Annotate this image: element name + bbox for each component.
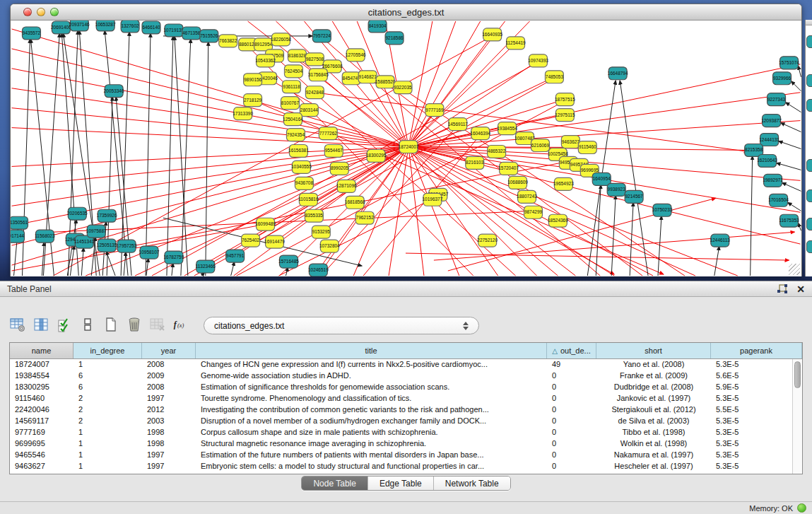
cell-c-name[interactable]: 22420046 (10, 404, 73, 416)
graph-node[interactable]: 9436708 (295, 177, 313, 189)
cell-c-name[interactable]: 18724007 (10, 359, 73, 370)
graph-node[interactable]: 10688609 (507, 176, 528, 189)
modify-table-icon[interactable] (10, 317, 25, 332)
column-header-in_degree[interactable]: in_degree (73, 343, 142, 358)
graph-node[interactable]: 8355335 (305, 209, 323, 222)
graph-node[interactable]: 12871096 (336, 180, 357, 192)
cell-c-year[interactable]: 2003 (142, 416, 196, 427)
graph-node[interactable]: 14569117 (448, 118, 469, 131)
cell-c-short[interactable]: Tibbo et al. (1998) (596, 427, 711, 438)
cell-c-out[interactable]: 0 (547, 461, 596, 472)
new-table-icon[interactable] (103, 317, 119, 332)
graph-node[interactable]: 12504164 (283, 113, 303, 126)
cell-c-in[interactable]: 2 (73, 416, 142, 427)
cell-c-pagerank[interactable]: 5.3E-5 (711, 427, 792, 438)
graph-node[interactable] (806, 35, 812, 48)
graph-node[interactable]: 7957224 (312, 30, 331, 42)
table-row[interactable]: 969969511998Structural magnetic resonanc… (10, 438, 792, 450)
graph-node[interactable]: 2718129 (244, 94, 262, 107)
cell-c-title[interactable]: Corpus callosum shape and size in male p… (196, 427, 547, 438)
graph-node[interactable]: 12444131 (759, 134, 779, 146)
cell-c-name[interactable]: 9465546 (10, 450, 73, 461)
graph-node[interactable]: 7624504 (284, 65, 302, 78)
cell-c-short[interactable]: Nakamura et al. (1997) (596, 450, 711, 461)
cell-c-out[interactable]: 49 (547, 359, 596, 370)
graph-node[interactable] (806, 99, 812, 112)
cell-c-in[interactable]: 2 (73, 393, 142, 404)
cell-c-title[interactable]: Tourette syndrome. Phenomenology and cla… (196, 393, 547, 404)
cell-c-short[interactable]: Stergiakouli et al. (2012) (596, 404, 711, 416)
column-header-title[interactable]: title (196, 343, 547, 358)
table-selector-dropdown[interactable]: citations_edges.txt (204, 317, 479, 334)
cell-c-out[interactable]: 0 (547, 427, 596, 438)
table-row[interactable]: 1938455462009Genome-wide association stu… (10, 370, 792, 382)
table-row[interactable]: 1830029562008Estimation of significance … (10, 382, 792, 393)
graph-node[interactable] (806, 218, 812, 230)
graph-node[interactable]: 16156381 (288, 145, 309, 158)
cell-c-out[interactable]: 0 (547, 404, 596, 416)
cell-c-out[interactable]: 0 (547, 393, 596, 404)
graph-node[interactable]: 17313390 (233, 107, 253, 120)
graph-node[interactable]: 7625402 (242, 234, 260, 247)
graph-node[interactable]: 8990205 (330, 162, 348, 175)
graph-node[interactable]: 18300295 (366, 149, 387, 162)
graph-node[interactable]: 9153295 (312, 226, 330, 238)
cell-c-year[interactable]: 1997 (142, 450, 196, 461)
graph-node[interactable] (806, 159, 812, 172)
graph-node[interactable]: 12446113 (710, 234, 731, 247)
function-builder-icon[interactable]: f (x) (173, 317, 189, 332)
vertical-scrollbar[interactable] (792, 359, 802, 474)
graph-node[interactable] (806, 240, 812, 253)
graph-node[interactable]: 17359926 (97, 209, 117, 222)
cell-c-short[interactable]: Jankovic et al. (1997) (596, 393, 711, 404)
graph-node[interactable]: 18807243 (517, 190, 537, 203)
cell-c-short[interactable]: Wolkin et al. (1998) (596, 438, 711, 450)
graph-node[interactable]: 9874299 (524, 206, 543, 218)
graph-node[interactable]: 1350561 (11, 216, 28, 229)
graph-node[interactable]: 19384554 (497, 122, 517, 135)
graph-node[interactable]: 16914479 (264, 235, 285, 248)
table-row[interactable]: 977716911998Corpus callosum shape and si… (10, 427, 792, 438)
cell-c-in[interactable]: 1 (73, 461, 142, 472)
graph-node[interactable]: 7663822 (219, 35, 237, 47)
graph-node[interactable]: 10543362 (255, 54, 276, 67)
graph-node[interactable]: 9777169 (425, 104, 444, 117)
graph-node[interactable]: 9115460 (578, 141, 596, 154)
cell-c-year[interactable]: 2009 (142, 370, 196, 382)
tab-network-table[interactable]: Network Table (433, 477, 510, 490)
cell-c-name[interactable]: 18300295 (10, 382, 73, 393)
graph-node[interactable]: 8419304 (368, 21, 387, 33)
tab-node-table[interactable]: Node Table (302, 477, 367, 490)
cell-c-short[interactable]: Franke et al. (2009) (596, 370, 711, 382)
zoom-window-button[interactable] (50, 8, 59, 16)
graph-node[interactable]: 11323466 (196, 260, 216, 273)
table-row[interactable]: 2242004622012Investigating the contribut… (10, 404, 792, 416)
graph-node[interactable]: 9938923 (607, 183, 625, 196)
cell-c-in[interactable]: 6 (73, 370, 142, 382)
graph-node[interactable]: 11015816 (298, 193, 319, 206)
graph-node[interactable]: 12093877 (761, 115, 782, 127)
cell-c-in[interactable]: 1 (73, 450, 142, 461)
show-columns-icon[interactable] (33, 317, 49, 332)
cell-c-short[interactable]: Yano et al. (2008) (596, 359, 711, 370)
cell-c-year[interactable]: 2008 (142, 359, 196, 370)
graph-node[interactable] (806, 189, 812, 202)
cell-c-title[interactable]: Investigating the contribution of common… (196, 404, 547, 416)
network-graph[interactable]: 9435572206914062093714610653287132760264… (11, 21, 801, 276)
graph-node[interactable]: 6466140 (142, 21, 160, 34)
graph-node[interactable]: 16640935 (482, 28, 502, 41)
graph-node[interactable]: 12975115 (555, 109, 575, 122)
graph-node[interactable]: 16648794 (608, 67, 628, 80)
column-header-short[interactable]: short (596, 343, 711, 358)
graph-node[interactable]: 9214567 (625, 190, 643, 203)
cell-c-short[interactable]: Dudbridge et al. (2008) (596, 382, 711, 393)
cell-c-pagerank[interactable]: 5.6E-5 (711, 370, 792, 382)
graph-node[interactable] (806, 74, 812, 87)
graph-node[interactable]: 15720407 (498, 162, 519, 175)
graph-node[interactable]: 9329966 (773, 72, 792, 85)
cell-c-year[interactable]: 1997 (142, 393, 196, 404)
cell-c-out[interactable]: 0 (547, 382, 596, 393)
graph-node[interactable]: 9242848 (305, 86, 324, 99)
cell-c-in[interactable]: 1 (73, 359, 142, 370)
graph-node[interactable]: 19892971 (763, 174, 783, 187)
